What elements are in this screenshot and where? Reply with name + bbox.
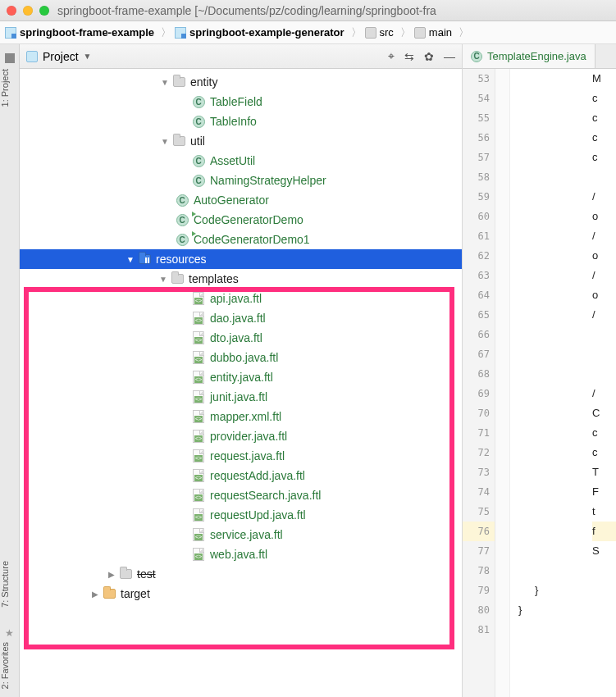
tree-file[interactable]: api.java.ftl	[20, 289, 462, 308]
fold-gutter[interactable]	[495, 69, 510, 697]
tree-class-runnable[interactable]: CCodeGeneratorDemo1	[20, 230, 462, 249]
chevron-right-icon[interactable]: ▶	[89, 590, 101, 599]
class-icon: C	[176, 194, 189, 207]
tree-file[interactable]: junit.java.ftl	[20, 387, 462, 407]
freemarker-file-icon	[193, 351, 204, 364]
sidetab-favorites[interactable]: 2: Favorites	[0, 639, 10, 692]
line-number: 80	[463, 600, 495, 620]
tree-file[interactable]: requestAdd.java.ftl	[20, 466, 462, 485]
line-number: 57	[463, 148, 495, 167]
hide-icon[interactable]: —	[444, 50, 455, 63]
folder-icon	[171, 274, 184, 284]
tree-file[interactable]: requestSearch.java.ftl	[20, 485, 462, 505]
line-number: 74	[463, 482, 495, 502]
line-number: 73	[463, 462, 495, 482]
tree-class[interactable]: CNamingStrategyHelper	[20, 171, 462, 190]
tree-file[interactable]: dubbo.java.ftl	[20, 348, 462, 367]
line-number: 70	[463, 403, 495, 423]
folder-icon	[103, 589, 116, 599]
window-titlebar: springboot-frame-example [~/Documents/pz…	[0, 0, 616, 21]
breadcrumb-item[interactable]: springboot-example-generator〉	[175, 25, 365, 40]
editor: C TemplateEngine.java 53 54 55 56 57 58 …	[463, 44, 616, 697]
tree-folder-resources[interactable]: ▼resources	[20, 249, 462, 269]
chevron-down-icon[interactable]: ▼	[157, 275, 169, 284]
line-number: 67	[463, 344, 495, 364]
line-number: 64	[463, 285, 495, 305]
chevron-down-icon[interactable]: ▼	[159, 137, 171, 146]
sidetab-structure[interactable]: 7: Structure	[0, 558, 10, 611]
tree-folder-util[interactable]: ▼util	[20, 131, 462, 151]
line-number: 55	[463, 108, 495, 128]
module-icon	[175, 27, 186, 39]
project-toolbar: Project ▼ ⌖ ⇆ ✿ —	[20, 44, 462, 69]
breadcrumb-item[interactable]: src〉	[365, 25, 414, 40]
freemarker-file-icon	[193, 548, 204, 561]
tree-file[interactable]: dto.java.ftl	[20, 328, 462, 348]
close-window-icon[interactable]	[7, 6, 16, 16]
line-number: 76	[463, 522, 495, 541]
folder-icon	[173, 77, 185, 87]
line-number: 69	[463, 384, 495, 403]
breadcrumb-item[interactable]: main〉	[414, 25, 472, 40]
breadcrumb: springboot-frame-example〉 springboot-exa…	[0, 21, 616, 44]
breadcrumb-item[interactable]: springboot-frame-example〉	[5, 25, 175, 40]
project-tab-icon	[5, 53, 15, 63]
folder-icon	[414, 27, 426, 39]
tree-class[interactable]: CTableField	[20, 92, 462, 112]
project-view-selector[interactable]: Project	[43, 50, 79, 63]
tree-class[interactable]: CTableInfo	[20, 112, 462, 131]
freemarker-file-icon	[193, 469, 204, 482]
tree-class-runnable[interactable]: CCodeGeneratorDemo	[20, 210, 462, 230]
tool-window-tabs: 1: Project 7: Structure ★ 2: Favorites	[0, 44, 20, 697]
freemarker-file-icon	[193, 508, 204, 522]
locate-icon[interactable]: ⌖	[388, 49, 395, 63]
traffic-lights	[7, 6, 49, 16]
line-number: 60	[463, 207, 495, 226]
tree-file[interactable]: mapper.xml.ftl	[20, 407, 462, 426]
tree-file[interactable]: requestUpd.java.ftl	[20, 505, 462, 525]
freemarker-file-icon	[193, 390, 204, 403]
tree-file[interactable]: service.java.ftl	[20, 525, 462, 544]
tree-file[interactable]: entity.java.ftl	[20, 367, 462, 387]
tree-folder-entity[interactable]: ▼entity	[20, 72, 462, 92]
freemarker-file-icon	[193, 312, 204, 325]
tree-file[interactable]: provider.java.ftl	[20, 426, 462, 446]
code-area[interactable]: M c c c c / o / o / o / / C c c T	[510, 69, 616, 697]
class-icon: C	[471, 51, 482, 62]
folder-icon	[173, 136, 185, 146]
tree-file[interactable]: web.java.ftl	[20, 544, 462, 564]
line-number: 72	[463, 443, 495, 462]
tree-folder-templates[interactable]: ▼templates	[20, 269, 462, 289]
zoom-window-icon[interactable]	[39, 6, 49, 16]
collapse-icon[interactable]: ⇆	[404, 50, 414, 63]
window-title: springboot-frame-example [~/Documents/pz…	[57, 4, 436, 17]
chevron-down-icon[interactable]: ▼	[159, 78, 171, 87]
line-number: 56	[463, 128, 495, 148]
editor-gutter[interactable]: 53 54 55 56 57 58 59 60 61 62 63 64 65 6…	[463, 69, 495, 697]
line-number: 65	[463, 305, 495, 325]
chevron-right-icon[interactable]: ▶	[106, 570, 117, 579]
project-view-icon	[26, 51, 38, 62]
minimize-window-icon[interactable]	[23, 6, 33, 16]
project-tool-window: Project ▼ ⌖ ⇆ ✿ — ▼entity CTableField CT…	[20, 44, 463, 697]
tree-class[interactable]: CAssetUtil	[20, 151, 462, 171]
dropdown-icon[interactable]: ▼	[84, 52, 92, 61]
tree-file[interactable]: dao.java.ftl	[20, 308, 462, 328]
editor-tabs: C TemplateEngine.java	[463, 44, 616, 69]
class-runnable-icon: C	[176, 214, 189, 226]
editor-tab[interactable]: C TemplateEngine.java	[463, 44, 595, 68]
freemarker-file-icon	[193, 528, 204, 541]
line-number: 68	[463, 364, 495, 384]
line-number: 61	[463, 226, 495, 246]
tree-folder-test[interactable]: ▶test	[20, 564, 462, 584]
tree-file[interactable]: request.java.ftl	[20, 446, 462, 466]
chevron-down-icon[interactable]: ▼	[125, 255, 136, 264]
project-tree[interactable]: ▼entity CTableField CTableInfo ▼util CAs…	[20, 69, 462, 697]
gear-icon[interactable]: ✿	[424, 50, 434, 63]
line-number: 53	[463, 69, 495, 89]
freemarker-file-icon	[193, 410, 204, 423]
freemarker-file-icon	[193, 371, 204, 384]
tree-folder-target[interactable]: ▶target	[20, 584, 462, 604]
sidetab-project[interactable]: 1: Project	[0, 66, 10, 110]
tree-class[interactable]: CAutoGenerator	[20, 190, 462, 210]
